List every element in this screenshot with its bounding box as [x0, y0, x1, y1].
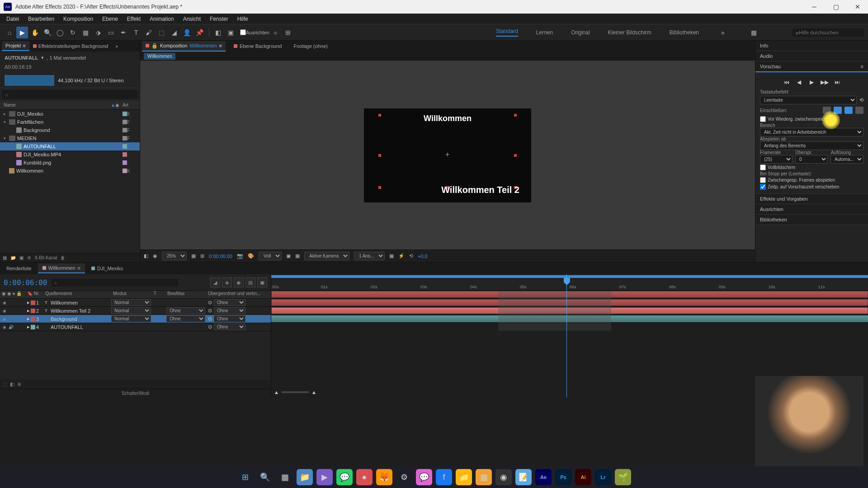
region-icon[interactable]: ▣: [286, 253, 291, 259]
menu-bearbeiten[interactable]: Bearbeiten: [24, 14, 59, 23]
graph-editor-toggle[interactable]: ▤: [245, 277, 255, 287]
tab-layer[interactable]: Ebene Background: [230, 42, 286, 51]
workspace-reset-icon[interactable]: ▦: [748, 27, 760, 38]
new-comp-icon[interactable]: ▣: [19, 255, 24, 260]
project-item[interactable]: ▾FarbflächenF: [0, 118, 140, 126]
timeline-layer-row[interactable]: ◉🔊 ▸4 AUTOUNFALL ⊙Ohne: [0, 323, 271, 331]
clone-tool[interactable]: ⬚: [156, 27, 167, 38]
range-select[interactable]: Akt. Zeit nicht in Arbeitsbereich: [760, 128, 863, 136]
play-button[interactable]: ▶: [807, 78, 816, 87]
project-item[interactable]: WillkommenK: [0, 167, 140, 175]
shy-toggle[interactable]: ◢: [210, 277, 220, 287]
fast-preview-icon[interactable]: ⚡: [398, 253, 405, 259]
panel-vorschau[interactable]: Vorschau≡: [755, 61, 868, 72]
switches-modes-label[interactable]: Schalter/Modi: [0, 389, 271, 398]
tab-overflow[interactable]: »: [112, 42, 122, 51]
cache-before-play-check[interactable]: Vor Wiederg. zwischenspeichern: [760, 116, 863, 122]
camera-tool[interactable]: ▦: [80, 27, 91, 38]
hand-tool[interactable]: ✋: [29, 27, 41, 38]
project-item[interactable]: Kursbild.png: [0, 159, 140, 167]
app-icon-4[interactable]: ▦: [476, 469, 492, 485]
photoshop-icon[interactable]: Ps: [555, 469, 571, 485]
menu-hilfe[interactable]: Hilfe: [233, 14, 253, 23]
shortcut-select[interactable]: Leertaste: [760, 96, 857, 104]
puppet-tool[interactable]: 📌: [193, 27, 205, 38]
fullscreen-check[interactable]: Vollbildschirm: [760, 164, 863, 170]
snap-checkbox[interactable]: Ausrichten: [240, 29, 269, 35]
zoom-in-icon[interactable]: ▲: [311, 389, 316, 395]
bit-depth[interactable]: 8-Bit-Kanal: [35, 255, 57, 260]
minimize-button[interactable]: ─: [807, 2, 821, 11]
menu-ansicht[interactable]: Ansicht: [179, 14, 205, 23]
anchor-point-icon[interactable]: [444, 152, 451, 159]
panel-info[interactable]: Info: [755, 41, 868, 51]
help-search[interactable]: ⌕: [792, 28, 864, 37]
cached-frames-check[interactable]: Zwischengesp. Frames abspielen: [760, 177, 863, 183]
project-item[interactable]: AUTOUNFALL: [0, 142, 140, 150]
viewer-timecode[interactable]: 0:00:06:00: [209, 253, 232, 259]
toggle-switches-icon[interactable]: ⬚: [3, 381, 7, 387]
tab-composition[interactable]: 🔒 Komposition Willkommen ≡: [142, 41, 226, 52]
app-icon-2[interactable]: ●: [356, 469, 373, 485]
tab-renderlist[interactable]: Renderliste: [2, 264, 36, 273]
timeline-timecode[interactable]: 0:00:06:00: [4, 278, 47, 287]
res-icon[interactable]: ▦: [191, 253, 196, 259]
alpha-icon[interactable]: ◧: [144, 253, 148, 259]
tab-footage[interactable]: Footage (ohne): [290, 42, 331, 51]
prev-frame-button[interactable]: ◀: [795, 78, 804, 87]
app-icon-3[interactable]: ⚙: [396, 469, 412, 485]
eraser-tool[interactable]: ◢: [168, 27, 180, 38]
views-select[interactable]: 1 Ans...: [354, 252, 385, 260]
flowchart-bar[interactable]: Willkommen: [140, 52, 755, 61]
timeline-ruler[interactable]: :00s01s02s03s04s05s06s07s08s09s10s11s12s: [271, 274, 868, 291]
skip-select[interactable]: 0: [795, 155, 828, 164]
include-overlays-icon[interactable]: [844, 107, 853, 114]
menu-komposition[interactable]: Komposition: [59, 14, 98, 23]
firefox-icon[interactable]: 🦊: [376, 469, 392, 485]
pan-behind-tool[interactable]: ⬗: [92, 27, 104, 38]
tab-effect-controls[interactable]: Effekteinstellungen Background: [29, 42, 112, 51]
timeline-columns-header[interactable]: ◉ ◉ ● 🔒 🔖 Nr. Quellenname Modus T BewMas…: [0, 291, 271, 299]
project-item[interactable]: ▾MEDIENF: [0, 134, 140, 142]
timeline-icon[interactable]: ⟲: [409, 253, 413, 259]
task-view-icon[interactable]: ▦: [277, 469, 293, 485]
last-frame-button[interactable]: ⏭: [833, 78, 842, 87]
panel-effects[interactable]: Effekte und Vorgaben: [755, 194, 868, 204]
workspace-kleiner[interactable]: Kleiner Bildschirm: [608, 29, 651, 36]
timeline-search[interactable]: [52, 279, 178, 286]
next-frame-button[interactable]: ▶▶: [820, 78, 829, 87]
stroke-icon[interactable]: ▣: [225, 27, 236, 38]
text-tool[interactable]: T: [130, 27, 142, 38]
panel-align[interactable]: Ausrichten: [755, 204, 868, 214]
channel-icon[interactable]: ◉: [153, 253, 157, 259]
workspace-original[interactable]: Original: [571, 29, 590, 36]
close-button[interactable]: ✕: [851, 2, 864, 11]
tab-project[interactable]: Projekt ≡: [2, 41, 29, 51]
move-time-check[interactable]: Zeitp. auf Vorschauzeit verschieben: [760, 184, 863, 190]
zoom-select[interactable]: 25%: [162, 252, 187, 260]
tab-timeline-dji[interactable]: DJI_Mexiko: [87, 264, 127, 273]
composition-viewer[interactable]: Willkommen Willkommen Teil 2: [140, 61, 755, 249]
explorer-icon[interactable]: 📁: [297, 469, 313, 485]
project-tree[interactable]: ▸DJI_MexikoK▾FarbflächenFBackgroundF▾MED…: [0, 110, 140, 253]
snapshot-icon[interactable]: 📷: [237, 253, 243, 259]
zoom-out-icon[interactable]: ▲: [274, 389, 279, 395]
workspace-overflow-icon[interactable]: »: [717, 27, 729, 38]
color-mgmt-icon[interactable]: 🎨: [248, 253, 254, 259]
timeline-layer-row[interactable]: ◉ ▸3 Background Normal Ohne ⊙Ohne: [0, 315, 271, 323]
facebook-icon[interactable]: f: [436, 469, 452, 485]
menu-animation[interactable]: Animation: [145, 14, 178, 23]
lightroom-icon[interactable]: Lr: [595, 469, 611, 485]
pixel-icon[interactable]: ⊞: [200, 253, 204, 259]
notepad-icon[interactable]: 📝: [515, 469, 532, 485]
folder-icon[interactable]: 📁: [456, 469, 472, 485]
pen-tool[interactable]: ✒: [118, 27, 129, 38]
obs-icon[interactable]: ◉: [495, 469, 512, 485]
panel-audio[interactable]: Audio: [755, 51, 868, 61]
interpret-icon[interactable]: ▦: [3, 255, 7, 260]
canvas[interactable]: Willkommen Willkommen Teil 2: [364, 108, 531, 202]
resolution-select[interactable]: Voll: [259, 252, 282, 260]
zoom-tool[interactable]: 🔍: [42, 27, 53, 38]
project-item[interactable]: BackgroundF: [0, 126, 140, 134]
view-layout-icon[interactable]: ▦: [389, 253, 394, 259]
